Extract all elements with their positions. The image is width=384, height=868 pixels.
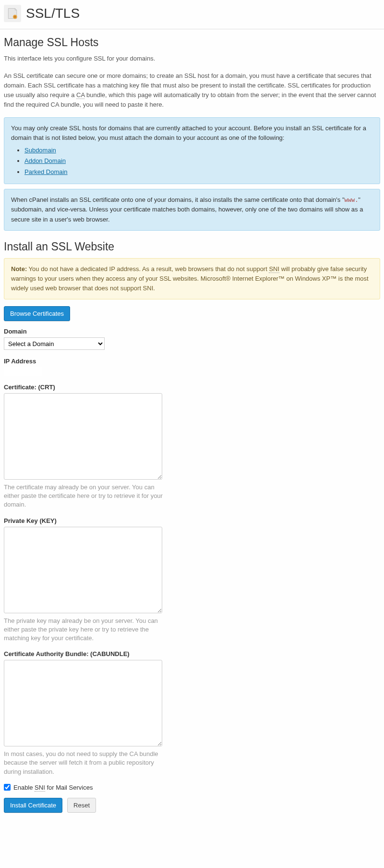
ip-address-value <box>4 367 42 376</box>
cabundle-label: Certificate Authority Bundle: (CABUNDLE) <box>4 650 380 657</box>
domain-type-list: Subdomain Addon Domain Parked Domain <box>24 146 373 176</box>
intro-text: This interface lets you configure SSL fo… <box>4 54 380 63</box>
certificate-label: Certificate: (CRT) <box>4 384 380 391</box>
domain-label: Domain <box>4 328 380 335</box>
cabundle-textarea[interactable] <box>4 660 162 746</box>
certificate-help: The certificate may already be on your s… <box>4 483 167 509</box>
private-key-help: The private key may already be on your s… <box>4 617 167 643</box>
reset-button[interactable]: Reset <box>67 798 96 813</box>
private-key-label: Private Key (KEY) <box>4 517 380 524</box>
install-ssl-heading: Install an SSL Website <box>4 240 380 253</box>
info-box-www: When cPanel installs an SSL certificate … <box>4 189 380 231</box>
browse-certificates-button[interactable]: Browse Certificates <box>4 306 70 321</box>
domain-select[interactable]: Select a Domain <box>4 337 105 350</box>
link-parked-domain[interactable]: Parked Domain <box>24 168 68 175</box>
sni-abbr: SNI <box>269 265 279 273</box>
info-box-domains: You may only create SSL hosts for domain… <box>4 117 380 184</box>
link-subdomain[interactable]: Subdomain <box>24 147 56 154</box>
www-text: www. <box>345 197 359 204</box>
sni-mail-row: Enable SNI for Mail Services <box>4 784 380 791</box>
sni-abbr-2: SNI <box>35 784 45 792</box>
page-header: SSL/TLS <box>0 0 384 29</box>
cabundle-help: In most cases, you do not need to supply… <box>4 750 167 776</box>
ca-abbr: CA <box>76 91 84 99</box>
link-addon-domain[interactable]: Addon Domain <box>24 157 66 164</box>
ssl-tls-icon <box>4 5 21 22</box>
manage-ssl-heading: Manage SSL Hosts <box>4 36 380 49</box>
ssl-explanation: An SSL certificate can secure one or mor… <box>4 71 380 110</box>
private-key-textarea[interactable] <box>4 527 162 613</box>
install-certificate-button[interactable]: Install Certificate <box>4 798 62 813</box>
sni-note-box: Note: You do not have a dedicated IP add… <box>4 258 380 299</box>
ip-address-label: IP Address <box>4 358 380 365</box>
page-title: SSL/TLS <box>26 6 80 21</box>
enable-sni-checkbox[interactable] <box>4 784 11 791</box>
svg-rect-1 <box>14 16 16 18</box>
certificate-textarea[interactable] <box>4 393 162 480</box>
